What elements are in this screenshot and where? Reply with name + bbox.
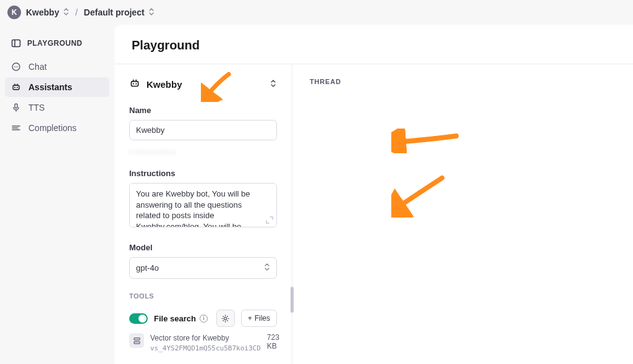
thread-label: THREAD: [310, 78, 616, 85]
svg-rect-0: [12, 40, 20, 47]
sidebar-item-label: Assistants: [28, 82, 72, 92]
assistant-name-header: Kwebby: [147, 79, 182, 90]
org-avatar: K: [7, 6, 21, 19]
chat-icon: [11, 62, 21, 72]
assistant-selector[interactable]: Kwebby: [129, 78, 182, 91]
assistant-config-panel: Kwebby Name · · · · · · · · · · Instruct…: [114, 64, 292, 364]
name-input[interactable]: [129, 120, 277, 140]
assistant-icon: [11, 82, 21, 92]
thread-panel: THREAD: [292, 64, 633, 364]
svg-point-4: [15, 66, 17, 67]
project-switcher[interactable]: Default project: [84, 7, 155, 17]
file-search-toggle[interactable]: [129, 313, 148, 324]
blurred-content: · · · · · · · · · ·: [129, 146, 277, 155]
breadcrumb-separator: /: [74, 7, 79, 17]
svg-point-5: [17, 66, 19, 67]
vector-store-id: vs_4YS2FMQD1mQ55cu5B7koi3CD: [150, 344, 261, 353]
chevron-updown-icon[interactable]: [270, 78, 277, 90]
svg-rect-10: [131, 82, 138, 87]
svg-rect-9: [15, 104, 17, 108]
file-search-settings-button[interactable]: [216, 310, 235, 327]
sidebar-header: PLAYGROUND: [5, 33, 109, 57]
plus-icon: +: [248, 314, 252, 323]
lines-icon: [11, 123, 21, 133]
instructions-label: Instructions: [129, 169, 277, 178]
topbar: K Kwebby / Default project: [0, 0, 633, 25]
vector-store-size: 723 KB: [267, 333, 279, 350]
sidebar-item-tts[interactable]: TTS: [5, 98, 109, 117]
expand-icon[interactable]: [266, 216, 273, 226]
org-name: Kwebby: [26, 7, 59, 17]
org-switcher[interactable]: Kwebby: [26, 7, 69, 17]
sidebar-header-label: PLAYGROUND: [27, 39, 82, 48]
svg-rect-14: [134, 337, 139, 339]
svg-point-11: [133, 83, 134, 84]
file-search-files-button[interactable]: + Files: [241, 310, 277, 327]
mic-icon: [11, 103, 21, 112]
scrollbar-indicator: [291, 287, 294, 313]
project-name: Default project: [84, 7, 145, 17]
sidebar: PLAYGROUND Chat Assistants TTS Completio…: [0, 25, 114, 364]
instructions-textarea[interactable]: [129, 183, 277, 227]
svg-rect-15: [134, 341, 139, 343]
svg-point-13: [224, 317, 227, 320]
sidebar-item-label: TTS: [28, 103, 45, 112]
assistant-icon: [129, 78, 140, 91]
storage-icon: [129, 333, 144, 348]
page-title: Playground: [114, 38, 633, 64]
tools-section-label: TOOLS: [129, 292, 277, 300]
gear-icon: [221, 314, 230, 323]
file-search-label: File search i: [154, 314, 210, 323]
sidebar-item-completions[interactable]: Completions: [5, 118, 109, 138]
chevron-updown-icon: [264, 263, 270, 273]
sidebar-item-assistants[interactable]: Assistants: [5, 77, 109, 97]
model-label: Model: [129, 243, 277, 252]
svg-rect-6: [13, 85, 19, 90]
sidebar-item-label: Completions: [28, 123, 77, 133]
sidebar-item-label: Chat: [28, 62, 47, 72]
info-icon[interactable]: i: [200, 315, 208, 323]
chevron-updown-icon: [148, 7, 155, 17]
vector-store-row[interactable]: Vector store for Kwebby vs_4YS2FMQD1mQ55…: [129, 333, 277, 353]
model-selected-value: gpt-4o: [136, 263, 159, 273]
svg-point-8: [17, 87, 18, 88]
sidebar-item-chat[interactable]: Chat: [5, 57, 109, 77]
name-label: Name: [129, 106, 277, 115]
model-select[interactable]: gpt-4o: [129, 257, 277, 279]
svg-point-3: [14, 66, 15, 67]
vector-store-name: Vector store for Kwebby: [150, 333, 261, 344]
panels: Kwebby Name · · · · · · · · · · Instruct…: [114, 64, 633, 364]
main-content: Playground Kwebby Name: [114, 25, 633, 364]
chevron-updown-icon: [63, 7, 69, 17]
panel-icon: [11, 38, 21, 48]
svg-point-12: [135, 83, 137, 84]
svg-point-7: [14, 87, 15, 88]
